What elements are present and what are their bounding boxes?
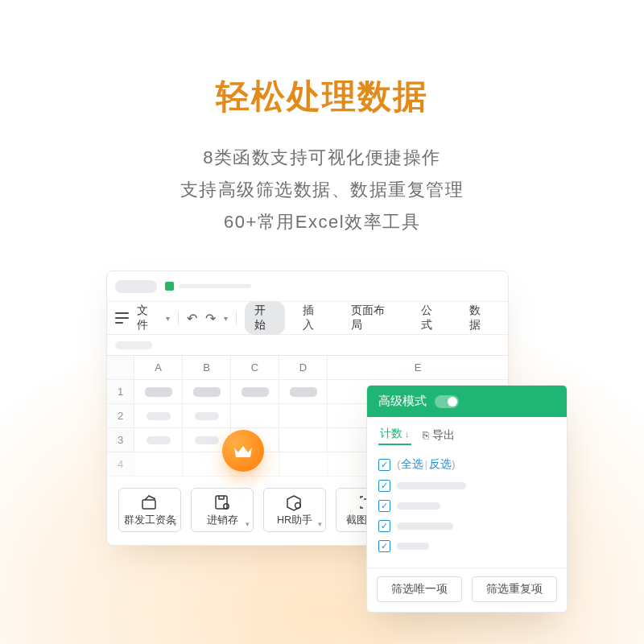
tab-data[interactable]: 数据	[460, 301, 500, 335]
chevron-down-icon: ▾	[246, 520, 250, 528]
window-titlebar	[107, 271, 508, 302]
page-title: 轻松处理数据	[0, 74, 644, 119]
tool-payroll[interactable]: 群发工资条 ▾	[118, 488, 181, 532]
subtitle-line-3: 60+常用Excel效率工具	[0, 206, 644, 238]
cell-content-stub	[145, 387, 172, 397]
window-title-stub	[115, 280, 157, 293]
subtitle-line-1: 8类函数支持可视化便捷操作	[0, 142, 644, 174]
document-tab[interactable]	[165, 282, 251, 291]
list-item[interactable]: ✓	[378, 536, 555, 556]
document-name-stub	[179, 284, 251, 288]
tool-inventory[interactable]: 进销存 ▾	[191, 488, 254, 532]
item-label-stub	[397, 543, 429, 550]
cell-reference-stub	[115, 341, 152, 349]
crown-icon	[233, 443, 254, 459]
subtitle-line-2: 支持高级筛选数据、数据重复管理	[0, 174, 644, 206]
advanced-mode-toggle[interactable]	[435, 395, 459, 408]
filter-unique-button[interactable]: 筛选唯一项	[377, 576, 462, 602]
menu-icon[interactable]	[115, 312, 129, 324]
cell-content-stub	[242, 387, 269, 397]
checkbox-icon[interactable]: ✓	[378, 500, 390, 512]
export-button[interactable]: ⎘ 导出	[423, 428, 455, 443]
cell-content-stub	[147, 436, 171, 444]
tab-insert[interactable]: 插入	[293, 301, 333, 335]
hr-icon	[284, 493, 305, 511]
row-header-4[interactable]: 4	[107, 452, 134, 477]
col-header-b[interactable]: B	[183, 356, 231, 380]
corner-cell[interactable]	[107, 356, 134, 380]
filter-checklist: ✓ (全选|反选) ✓ ✓ ✓ ✓	[367, 450, 567, 568]
row-header-3[interactable]: 3	[107, 428, 134, 452]
tool-label: HR助手	[277, 514, 312, 526]
export-icon: ⎘	[423, 429, 429, 441]
undo-icon[interactable]: ↶	[187, 311, 197, 326]
cell-content-stub	[193, 387, 221, 397]
inventory-icon	[212, 493, 233, 511]
toolbar-separator	[236, 311, 237, 325]
row-header-1[interactable]: 1	[107, 380, 134, 404]
panel-footer: 筛选唯一项 筛选重复项	[367, 568, 567, 612]
count-button[interactable]: 计数↓	[378, 425, 411, 445]
col-header-d[interactable]: D	[279, 356, 328, 380]
select-all-row[interactable]: ✓ (全选|反选)	[378, 453, 555, 476]
item-label-stub	[397, 522, 453, 530]
cell-content-stub	[290, 387, 317, 397]
column-header-row: A B C D E	[107, 356, 508, 380]
chevron-down-icon[interactable]: ▾	[224, 314, 228, 323]
tool-label: 群发工资条	[124, 514, 176, 526]
chevron-down-icon: ▾	[318, 520, 322, 528]
list-item[interactable]: ✓	[378, 496, 555, 516]
advanced-filter-panel: 高级模式 计数↓ ⎘ 导出 ✓ (全选|反选) ✓ ✓ ✓ ✓	[366, 385, 568, 613]
file-menu[interactable]: 文件	[137, 303, 158, 332]
formula-bar[interactable]	[107, 334, 508, 355]
col-header-a[interactable]: A	[134, 356, 183, 380]
checkbox-icon[interactable]: ✓	[378, 520, 390, 532]
svg-rect-0	[142, 500, 155, 509]
select-all-label: (全选|反选)	[397, 457, 456, 472]
svg-rect-1	[216, 496, 227, 509]
checkbox-icon[interactable]: ✓	[378, 540, 390, 552]
payroll-icon	[139, 493, 160, 511]
list-item[interactable]: ✓	[378, 516, 555, 536]
tab-start[interactable]: 开始	[245, 301, 285, 335]
cell-content-stub	[195, 412, 219, 420]
checkbox-icon[interactable]: ✓	[378, 480, 390, 492]
chevron-down-icon: ▾	[173, 520, 177, 528]
filter-duplicate-button[interactable]: 筛选重复项	[472, 576, 557, 602]
count-label: 计数	[380, 427, 402, 441]
panel-actions: 计数↓ ⎘ 导出	[367, 417, 567, 450]
col-header-e[interactable]: E	[328, 356, 508, 380]
tab-formula[interactable]: 公式	[411, 301, 452, 335]
sheet-icon	[165, 282, 174, 291]
panel-header: 高级模式	[367, 386, 567, 417]
toolbar-separator	[178, 311, 179, 325]
chevron-down-icon[interactable]: ▾	[166, 314, 170, 323]
item-label-stub	[397, 482, 466, 489]
col-header-c[interactable]: C	[231, 356, 279, 380]
page-subtitle: 8类函数支持可视化便捷操作 支持高级筛选数据、数据重复管理 60+常用Excel…	[0, 142, 644, 238]
tab-page-layout[interactable]: 页面布局	[341, 301, 402, 335]
premium-crown-badge[interactable]	[222, 430, 264, 472]
tool-label: 进销存	[207, 514, 238, 526]
item-label-stub	[397, 502, 440, 510]
arrow-down-icon: ↓	[405, 429, 410, 439]
panel-title: 高级模式	[378, 394, 427, 409]
checkbox-icon[interactable]: ✓	[378, 459, 390, 471]
redo-icon[interactable]: ↷	[205, 311, 216, 326]
tool-hr[interactable]: HR助手 ▾	[263, 488, 326, 532]
row-header-2[interactable]: 2	[107, 404, 134, 428]
export-label: 导出	[432, 428, 455, 443]
cell-content-stub	[195, 436, 219, 444]
list-item[interactable]: ✓	[378, 476, 555, 496]
ribbon-toolbar: 文件 ▾ ↶ ↷ ▾ 开始 插入 页面布局 公式 数据	[107, 302, 508, 334]
cell-content-stub	[147, 412, 171, 420]
